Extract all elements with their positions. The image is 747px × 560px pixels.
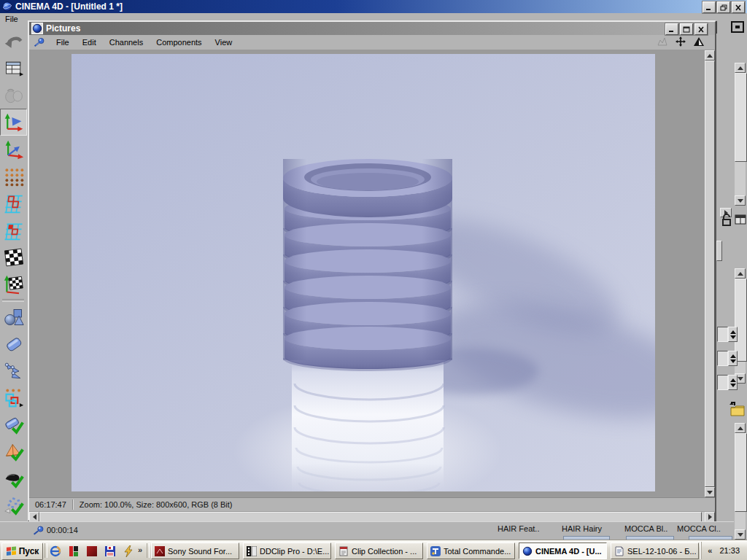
explosion-check-icon[interactable] — [0, 492, 27, 519]
taskbar-task-ddclip[interactable]: DDClip Pro - D:\E... — [243, 542, 331, 559]
palette-label-hair-feat[interactable]: HAIR Feat.. — [498, 524, 539, 533]
pictures-statusbar: 06:17:47 Zoom: 100.0%, Size: 800x600, RG… — [29, 497, 715, 511]
lock-icon[interactable] — [721, 213, 732, 226]
sound-app-icon[interactable] — [85, 544, 99, 558]
bones-icon[interactable] — [0, 357, 27, 384]
scroll-left-button[interactable] — [29, 512, 39, 522]
checker-render-icon[interactable] — [0, 244, 27, 271]
clock[interactable]: 21:33 — [719, 546, 740, 555]
menu-edit[interactable]: Edit — [76, 36, 103, 48]
scroll-up-button[interactable] — [735, 423, 746, 433]
pictures-window-title: Pictures — [46, 23, 80, 34]
scroll-down-button[interactable] — [735, 195, 746, 206]
point-grid-icon[interactable] — [0, 163, 27, 190]
axis-tool-icon[interactable] — [0, 136, 27, 163]
taskbar-task-sony-sound-forge[interactable]: Sony Sound For... — [151, 542, 239, 559]
taskbar-task-clip-collection[interactable]: Clip Collection - ... — [335, 542, 423, 559]
scroll-down-button[interactable] — [735, 529, 746, 540]
horizontal-scroll-thumb[interactable] — [39, 512, 702, 522]
value-field[interactable] — [717, 327, 728, 342]
undo-icon[interactable] — [0, 28, 27, 55]
value-field[interactable] — [717, 375, 728, 390]
quick-launch-overflow-chevron[interactable]: » — [138, 545, 142, 554]
uv-grid-icon[interactable] — [0, 190, 27, 217]
main-file-menu[interactable]: File — [5, 15, 18, 23]
right-scrollbar-top[interactable] — [735, 63, 746, 206]
taskbar: Пуск » Sony Sound For... DDClip Pro - D:… — [0, 540, 747, 560]
floppy-disk-icon[interactable] — [103, 544, 117, 558]
pictures-close-button[interactable] — [694, 23, 708, 35]
value-spinner-row — [717, 327, 738, 342]
panel-icon[interactable] — [735, 214, 746, 225]
move-tool-icon[interactable] — [0, 109, 27, 136]
palette-label-hair-hairy[interactable]: HAIR Hairy — [562, 524, 602, 533]
render-elapsed-time: 00:00:14 — [47, 526, 78, 534]
panel-grip[interactable] — [716, 241, 722, 261]
checker-axis-icon[interactable] — [0, 271, 27, 298]
spline-icon[interactable] — [0, 330, 27, 357]
black-check-icon[interactable] — [0, 465, 27, 492]
pictures-minimize-button[interactable] — [665, 23, 678, 35]
taskbar-task-notepad[interactable]: SEL-12-10-06 - Б... — [611, 542, 699, 559]
cinema4d-logo-icon — [2, 1, 12, 12]
snap-settings-icon[interactable] — [0, 384, 27, 411]
value-field[interactable] — [717, 351, 728, 366]
start-button[interactable]: Пуск — [1, 542, 43, 560]
fullscreen-icon[interactable] — [730, 20, 745, 34]
compare-icon[interactable] — [693, 36, 705, 47]
right-scrollbar-middle[interactable] — [735, 268, 746, 384]
materials-icon[interactable] — [0, 82, 27, 109]
lightning-icon[interactable] — [121, 544, 136, 558]
scroll-thumb[interactable] — [735, 73, 747, 162]
pictures-window-icon — [31, 23, 43, 34]
scroll-up-button[interactable] — [735, 268, 746, 279]
picture-vertical-scrollbar[interactable] — [705, 50, 715, 497]
blue-check-icon[interactable] — [0, 411, 27, 438]
close-button[interactable] — [732, 1, 745, 13]
orange-check-icon[interactable] — [0, 438, 27, 465]
scroll-up-button[interactable] — [735, 63, 746, 73]
menu-file[interactable]: File — [50, 36, 76, 48]
internet-explorer-icon[interactable] — [48, 544, 63, 558]
picture-viewport[interactable] — [29, 50, 715, 497]
scroll-up-button[interactable] — [705, 50, 715, 61]
tray-chevron[interactable]: « — [708, 546, 712, 555]
taskbar-task-cinema4d[interactable]: CINEMA 4D - [U... — [519, 542, 607, 559]
windows-logo-icon — [6, 546, 17, 556]
histogram-icon[interactable] — [657, 36, 668, 47]
pin-icon[interactable] — [34, 37, 45, 47]
vertical-scroll-thumb[interactable] — [705, 61, 715, 487]
zoom-info: Zoom: 100.0%, Size: 800x600, RGB (8 Bit) — [74, 500, 233, 509]
scroll-thumb[interactable] — [735, 433, 747, 512]
menu-components[interactable]: Components — [150, 36, 208, 48]
pan-icon[interactable] — [675, 36, 686, 47]
pin-icon[interactable] — [33, 525, 44, 536]
picture-horizontal-scrollbar[interactable] — [29, 511, 715, 522]
uv-grid-alt-icon[interactable] — [0, 217, 27, 244]
scroll-down-button[interactable] — [705, 487, 715, 497]
spinner-buttons[interactable] — [728, 375, 738, 390]
taskbar-task-total-commander[interactable]: Total Commande... — [427, 542, 515, 559]
pictures-window: Pictures File Edit Channels Components V… — [28, 20, 716, 521]
main-window-title: CINEMA 4D - [Untitled 1 *] — [15, 1, 123, 12]
right-scrollbar-bottom[interactable] — [735, 423, 746, 540]
media-app-icon[interactable] — [66, 544, 81, 558]
pictures-titlebar[interactable]: Pictures — [29, 22, 715, 35]
pictures-maximize-button[interactable] — [680, 23, 693, 35]
scroll-right-button[interactable] — [705, 512, 715, 522]
palette-label-mocca-bl[interactable]: MOCCA Bl.. — [624, 524, 667, 533]
value-spinner-row — [717, 375, 738, 390]
left-toolbar — [0, 28, 27, 519]
render-settings-icon[interactable] — [0, 55, 27, 82]
folder-icon[interactable] — [729, 402, 746, 417]
menu-channels[interactable]: Channels — [103, 36, 150, 48]
menu-view[interactable]: View — [209, 36, 239, 48]
palette-label-mocca-cl[interactable]: MOCCA Cl.. — [677, 524, 721, 533]
restore-button[interactable] — [717, 1, 730, 13]
spinner-buttons[interactable] — [728, 327, 738, 342]
spinner-buttons[interactable] — [728, 351, 738, 366]
minimize-button[interactable] — [703, 1, 716, 13]
scroll-thumb[interactable] — [735, 279, 747, 362]
main-window-titlebar[interactable]: CINEMA 4D - [Untitled 1 *] — [0, 0, 747, 13]
primitives-icon[interactable] — [0, 303, 27, 330]
